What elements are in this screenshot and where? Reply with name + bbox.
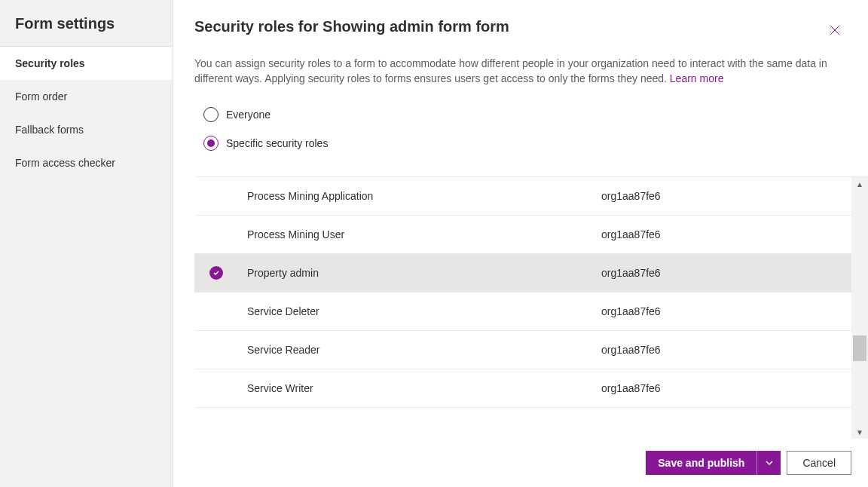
description-text: You can assign security roles to a form … [194, 57, 827, 84]
close-button[interactable] [823, 18, 847, 42]
panel-title: Security roles for Showing admin form fo… [194, 18, 509, 35]
radio-everyone-label: Everyone [226, 109, 270, 121]
radio-everyone[interactable]: Everyone [203, 107, 847, 122]
role-org: org1aa87fe6 [601, 305, 661, 317]
radio-group: Everyone Specific security roles [173, 86, 868, 173]
scroll-down-icon[interactable]: ▼ [851, 425, 868, 439]
radio-dot-icon [207, 139, 215, 147]
learn-more-link[interactable]: Learn more [670, 72, 724, 84]
role-name: Service Writer [247, 382, 601, 394]
scrollbar[interactable]: ▲ ▼ [851, 177, 868, 439]
table-row[interactable]: Process Mining Userorg1aa87fe6 [194, 216, 868, 254]
radio-specific-label: Specific security roles [226, 137, 328, 149]
save-button-label: Save and publish [646, 451, 756, 475]
role-name: Service Reader [247, 344, 601, 356]
save-split-button[interactable] [756, 451, 781, 475]
sidebar-item-security-roles[interactable]: Security roles [0, 47, 173, 80]
role-org: org1aa87fe6 [601, 228, 661, 240]
main-panel: Security roles for Showing admin form fo… [173, 0, 868, 487]
table-row[interactable]: Service Writerorg1aa87fe6 [194, 369, 868, 408]
roles-table: Process Mining Applicationorg1aa87fe6Pro… [194, 176, 868, 439]
sidebar: Form settings Security rolesForm orderFa… [0, 0, 173, 487]
role-org: org1aa87fe6 [601, 190, 661, 202]
radio-specific[interactable]: Specific security roles [203, 136, 847, 151]
role-name: Property admin [247, 267, 601, 279]
footer: Save and publish Cancel [173, 439, 868, 487]
role-name: Process Mining Application [247, 190, 601, 202]
role-org: org1aa87fe6 [601, 344, 661, 356]
role-org: org1aa87fe6 [601, 267, 661, 279]
chevron-down-icon [765, 458, 774, 467]
table-row[interactable]: Property adminorg1aa87fe6 [194, 254, 868, 293]
radio-circle-selected-icon [203, 136, 219, 151]
scroll-up-icon[interactable]: ▲ [851, 177, 868, 191]
table-row[interactable]: Service Deleterorg1aa87fe6 [194, 293, 868, 331]
sidebar-header: Form settings [0, 0, 173, 47]
checkmark-icon [209, 266, 223, 280]
save-and-publish-button[interactable]: Save and publish [646, 451, 781, 475]
close-icon [829, 24, 841, 36]
sidebar-item-form-access-checker[interactable]: Form access checker [0, 146, 173, 179]
row-checkbox[interactable] [209, 266, 247, 280]
sidebar-item-fallback-forms[interactable]: Fallback forms [0, 113, 173, 146]
table-row[interactable]: Process Mining Applicationorg1aa87fe6 [194, 177, 868, 216]
scroll-thumb[interactable] [853, 335, 866, 361]
role-name: Service Deleter [247, 305, 601, 317]
sidebar-item-form-order[interactable]: Form order [0, 80, 173, 113]
table-row[interactable]: Service Readerorg1aa87fe6 [194, 331, 868, 369]
cancel-button[interactable]: Cancel [787, 451, 851, 475]
radio-circle-icon [203, 107, 219, 122]
role-name: Process Mining User [247, 228, 601, 240]
panel-description: You can assign security roles to a form … [173, 42, 868, 86]
role-org: org1aa87fe6 [601, 382, 661, 394]
